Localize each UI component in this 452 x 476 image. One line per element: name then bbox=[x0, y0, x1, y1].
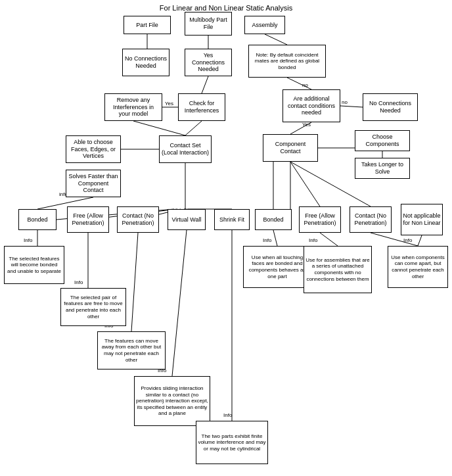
remove-interferences-box: Remove any Interferences in your model bbox=[104, 93, 162, 121]
svg-line-3 bbox=[287, 78, 311, 89]
not-applicable-box: Not applicable for Non Linear bbox=[401, 204, 443, 235]
svg-text:Info: Info bbox=[74, 279, 83, 285]
svg-text:Yes: Yes bbox=[302, 122, 311, 128]
svg-text:no: no bbox=[302, 82, 308, 88]
info-bonded-2-box: Use when all touching faces are bonded a… bbox=[243, 246, 311, 288]
svg-text:Info: Info bbox=[309, 237, 318, 243]
multibody-box: Multibody Part File bbox=[185, 12, 232, 36]
no-connections-2-box: No Connections Needed bbox=[363, 93, 418, 121]
info-free-2-box: Use for assemblies that are a series of … bbox=[304, 246, 372, 293]
svg-line-29 bbox=[273, 230, 277, 246]
able-choose-box: Able to choose Faces, Edges, or Vertices bbox=[66, 135, 121, 163]
svg-line-9 bbox=[185, 121, 202, 135]
part-file-box: Part File bbox=[124, 16, 171, 34]
info-virtual-box: Provides sliding interaction similar to … bbox=[134, 376, 210, 426]
svg-text:Info: Info bbox=[223, 412, 233, 418]
svg-line-2 bbox=[265, 34, 287, 45]
info-shrink-box: The two parts exhibit finite volume inte… bbox=[196, 421, 268, 464]
svg-text:Info: Info bbox=[403, 237, 413, 243]
bonded-1-box: Bonded bbox=[18, 209, 56, 230]
contact-no-pen-2-box: Contact (No Penetration) bbox=[350, 206, 392, 233]
svg-line-20 bbox=[290, 162, 320, 206]
solves-faster-box: Solves Faster than Component Contact bbox=[66, 170, 121, 197]
note-box: Note: By default coincident mates are de… bbox=[248, 45, 326, 78]
svg-text:Yes: Yes bbox=[165, 101, 173, 107]
svg-line-8 bbox=[133, 121, 185, 135]
check-interferences-box: Check for Interferences bbox=[178, 93, 225, 121]
page-title: For Linear and Non Linear Static Analysi… bbox=[0, 4, 452, 12]
svg-text:no: no bbox=[342, 99, 348, 105]
svg-line-32 bbox=[418, 235, 422, 246]
svg-line-27 bbox=[172, 230, 187, 376]
svg-line-6 bbox=[202, 76, 208, 93]
contact-set-box: Contact Set (Local Interaction) bbox=[159, 135, 212, 163]
shrink-fit-box: Shrink Fit bbox=[214, 209, 250, 230]
virtual-wall-box: Virtual Wall bbox=[168, 209, 206, 230]
info-contact-1-box: The features can move away from each oth… bbox=[97, 331, 166, 369]
assembly-box: Assembly bbox=[244, 16, 285, 34]
info-contact-2-box: Use when components can come apart, but … bbox=[388, 246, 448, 288]
takes-longer-box: Takes Longer to Solve bbox=[355, 158, 410, 179]
yes-connections-box: Yes Connections Needed bbox=[185, 49, 232, 76]
free-2-box: Free (Allow Penetration) bbox=[299, 206, 341, 233]
svg-line-30 bbox=[320, 233, 338, 246]
no-connections-1-box: No Connections Needed bbox=[122, 49, 170, 76]
svg-line-26 bbox=[131, 233, 138, 331]
svg-line-5 bbox=[290, 122, 311, 134]
free-1-box: Free (Allow Penetration) bbox=[67, 206, 109, 233]
svg-line-4 bbox=[340, 106, 363, 107]
info-bonded-1-box: The selected features will become bonded… bbox=[4, 246, 64, 284]
svg-text:Info: Info bbox=[263, 237, 272, 243]
choose-components-box: Choose Components bbox=[355, 130, 410, 151]
svg-text:Info: Info bbox=[24, 237, 33, 243]
component-contact-box: Component Contact bbox=[263, 134, 318, 162]
info-free-1-box: The selected pair of features are free t… bbox=[60, 288, 126, 326]
additional-contact-box: Are additional contact conditions needed bbox=[282, 89, 340, 122]
bonded-2-box: Bonded bbox=[255, 209, 292, 230]
diagram-container: no no Yes Yes Info Info Info Info Info I… bbox=[0, 0, 452, 476]
contact-no-pen-1-box: Contact (No Penetration) bbox=[117, 206, 159, 233]
